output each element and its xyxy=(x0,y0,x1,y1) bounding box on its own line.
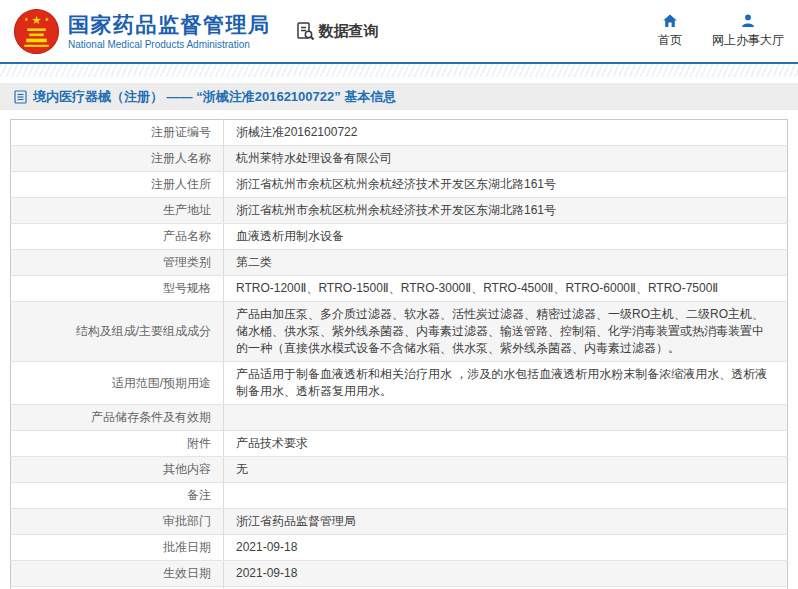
site-header: ★ ★ ★ 国家药品监督管理局 National Medical Product… xyxy=(0,0,798,62)
breadcrumb: 境内医疗器械（注册） —— “浙械注准20162100722” 基本信息 xyxy=(0,83,798,110)
site-subtitle: National Medical Products Administration xyxy=(68,39,271,50)
row-label: 附件 xyxy=(11,431,224,457)
row-value: RTRO-1200Ⅱ、RTRO-1500Ⅱ、RTRO-3000Ⅱ、RTRO-45… xyxy=(224,276,788,302)
row-value: 产品技术要求 xyxy=(224,431,788,457)
row-label: 产品名称 xyxy=(11,224,224,250)
svg-text:★: ★ xyxy=(31,14,41,26)
row-label: 适用范围/预期用途 xyxy=(11,362,224,405)
row-label: 管理类别 xyxy=(11,250,224,276)
table-row: 附件产品技术要求 xyxy=(11,431,788,457)
row-label: 生效日期 xyxy=(11,561,224,587)
table-row: 产品名称血液透析用制水设备 xyxy=(11,224,788,250)
brand[interactable]: ★ ★ ★ 国家药品监督管理局 National Medical Product… xyxy=(14,9,271,54)
row-value: 杭州莱特水处理设备有限公司 xyxy=(224,146,788,172)
data-query-nav[interactable]: 数据查询 xyxy=(295,21,379,41)
row-value: 产品适用于制备血液透析和相关治疗用水 ，涉及的水包括血液透析用水粉末制备浓缩液用… xyxy=(224,362,788,405)
page: ★ ★ ★ 国家药品监督管理局 National Medical Product… xyxy=(0,0,798,589)
table-row: 注册人住所浙江省杭州市余杭区杭州余杭经济技术开发区东湖北路161号 xyxy=(11,172,788,198)
table-row: 型号规格RTRO-1200Ⅱ、RTRO-1500Ⅱ、RTRO-3000Ⅱ、RTR… xyxy=(11,276,788,302)
row-label: 注册人名称 xyxy=(11,146,224,172)
row-label: 注册证编号 xyxy=(11,120,224,146)
national-emblem-logo: ★ ★ ★ xyxy=(14,9,59,54)
table-row: 其他内容无 xyxy=(11,457,788,483)
row-label: 其他内容 xyxy=(11,457,224,483)
row-label: 产品储存条件及有效期 xyxy=(11,405,224,431)
row-value xyxy=(224,483,788,509)
row-value: 浙械注准20162100722 xyxy=(224,120,788,146)
row-value: 浙江省药品监督管理局 xyxy=(224,509,788,535)
row-value: 无 xyxy=(224,457,788,483)
document-icon xyxy=(14,90,27,104)
row-value: 产品由加压泵、多介质过滤器、软水器、活性炭过滤器、精密过滤器、一级RO主机、二级… xyxy=(224,302,788,362)
row-value: 浙江省杭州市余杭区杭州余杭经济技术开发区东湖北路161号 xyxy=(224,198,788,224)
table-row: 注册人名称杭州莱特水处理设备有限公司 xyxy=(11,146,788,172)
nav-home-label: 首页 xyxy=(658,32,682,49)
row-value: 2021-09-18 xyxy=(224,561,788,587)
row-label: 备注 xyxy=(11,483,224,509)
table-row: 生效日期2021-09-18 xyxy=(11,561,788,587)
row-value: 2021-09-18 xyxy=(224,535,788,561)
row-label: 批准日期 xyxy=(11,535,224,561)
row-value: 第二类 xyxy=(224,250,788,276)
table-row: 适用范围/预期用途产品适用于制备血液透析和相关治疗用水 ，涉及的水包括血液透析用… xyxy=(11,362,788,405)
info-table: 注册证编号浙械注准20162100722注册人名称杭州莱特水处理设备有限公司注册… xyxy=(10,119,788,589)
home-icon xyxy=(662,13,678,29)
table-row: 批准日期2021-09-18 xyxy=(11,535,788,561)
table-row: 注册证编号浙械注准20162100722 xyxy=(11,120,788,146)
table-row: 审批部门浙江省药品监督管理局 xyxy=(11,509,788,535)
brand-text: 国家药品监督管理局 National Medical Products Admi… xyxy=(68,13,271,50)
row-value: 血液透析用制水设备 xyxy=(224,224,788,250)
svg-text:★: ★ xyxy=(44,16,49,22)
table-row: 备注 xyxy=(11,483,788,509)
table-row: 管理类别第二类 xyxy=(11,250,788,276)
data-query-label: 数据查询 xyxy=(319,22,379,41)
info-table-body: 注册证编号浙械注准20162100722注册人名称杭州莱特水处理设备有限公司注册… xyxy=(11,120,788,589)
person-icon xyxy=(740,13,756,29)
row-label: 审批部门 xyxy=(11,509,224,535)
row-label: 注册人住所 xyxy=(11,172,224,198)
table-row: 结构及组成/主要组成成分产品由加压泵、多介质过滤器、软水器、活性炭过滤器、精密过… xyxy=(11,302,788,362)
row-label: 型号规格 xyxy=(11,276,224,302)
striped-band xyxy=(0,64,798,77)
breadcrumb-text: 境内医疗器械（注册） —— “浙械注准20162100722” 基本信息 xyxy=(33,88,396,106)
row-value: 浙江省杭州市余杭区杭州余杭经济技术开发区东湖北路161号 xyxy=(224,172,788,198)
nav-service-hall[interactable]: 网上办事大厅 xyxy=(712,13,784,49)
document-search-icon xyxy=(295,21,315,41)
nav-service-hall-label: 网上办事大厅 xyxy=(712,32,784,49)
svg-text:★: ★ xyxy=(24,16,29,22)
site-title: 国家药品监督管理局 xyxy=(68,13,271,37)
content: 注册证编号浙械注准20162100722注册人名称杭州莱特水处理设备有限公司注册… xyxy=(0,110,798,589)
table-row: 产品储存条件及有效期 xyxy=(11,405,788,431)
row-label: 结构及组成/主要组成成分 xyxy=(11,302,224,362)
row-label: 生产地址 xyxy=(11,198,224,224)
table-row: 生产地址浙江省杭州市余杭区杭州余杭经济技术开发区东湖北路161号 xyxy=(11,198,788,224)
row-value xyxy=(224,405,788,431)
nav-home[interactable]: 首页 xyxy=(658,13,682,49)
